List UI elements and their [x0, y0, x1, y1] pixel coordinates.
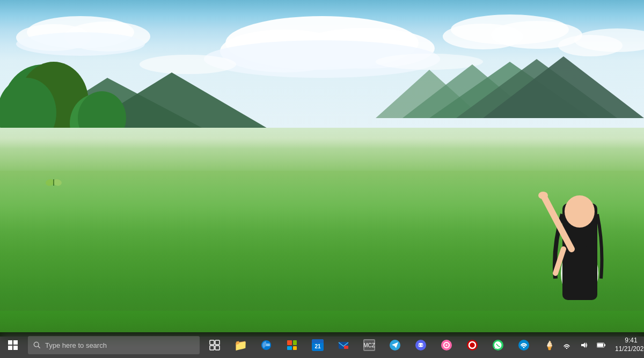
- battery-icon: [597, 342, 605, 348]
- store-icon: [286, 339, 298, 351]
- discord-button[interactable]: [408, 332, 434, 358]
- taskbar-search-bar[interactable]: Type here to search: [28, 336, 200, 354]
- svg-point-73: [523, 347, 525, 348]
- icecream-tray-icon[interactable]: 🍦: [541, 332, 558, 358]
- calendar-button[interactable]: 21: [305, 332, 331, 358]
- network-tray-icon[interactable]: [558, 332, 575, 358]
- telegram-icon: [389, 339, 401, 351]
- svg-rect-59: [293, 346, 297, 350]
- svg-point-64: [419, 345, 420, 346]
- lastapp-button[interactable]: [511, 332, 537, 358]
- edge-icon: [260, 339, 272, 351]
- svg-rect-61: [344, 346, 348, 349]
- svg-rect-77: [604, 344, 605, 346]
- redapp-button[interactable]: [459, 332, 485, 358]
- network-icon: [563, 341, 570, 349]
- butterfly-svg: [46, 177, 62, 188]
- windows-logo-icon: [8, 340, 18, 350]
- mycomputerzone-icon: MCZ: [363, 339, 375, 351]
- system-clock[interactable]: 9:41 11/21/2024: [610, 332, 644, 358]
- search-placeholder-text: Type here to search: [45, 341, 194, 349]
- svg-rect-53: [215, 340, 219, 345]
- whatsapp-icon: [492, 339, 504, 351]
- svg-point-68: [446, 345, 448, 346]
- svg-point-74: [566, 348, 567, 349]
- calendar-icon: 21: [312, 339, 324, 351]
- clock-date: 11/21/2024: [615, 345, 644, 354]
- svg-line-51: [38, 346, 40, 348]
- battery-tray-icon[interactable]: [592, 332, 610, 358]
- svg-point-65: [421, 345, 422, 346]
- mycomputerzone-button[interactable]: MCZ: [356, 332, 382, 358]
- search-icon: [33, 341, 41, 349]
- clock-time: 9:41: [625, 337, 637, 345]
- volume-tray-icon[interactable]: [575, 332, 592, 358]
- svg-rect-58: [287, 346, 292, 350]
- svg-rect-56: [287, 340, 292, 345]
- desktop-wallpaper: [0, 0, 644, 337]
- mail-button[interactable]: [331, 332, 356, 358]
- svg-rect-54: [210, 346, 214, 350]
- anime-character-svg: [521, 150, 628, 311]
- taskbar: Type here to search 📁: [0, 332, 644, 358]
- mail-icon: [338, 339, 349, 351]
- telegram-button[interactable]: [382, 332, 408, 358]
- system-tray: 🍦 9:41: [537, 332, 644, 358]
- svg-rect-78: [597, 344, 603, 347]
- osu-icon: [441, 339, 452, 351]
- svg-marker-75: [581, 342, 585, 348]
- whatsapp-button[interactable]: [485, 332, 511, 358]
- task-view-button[interactable]: [202, 332, 228, 358]
- svg-rect-52: [210, 340, 214, 345]
- discord-icon: [415, 339, 427, 351]
- svg-point-7: [16, 32, 145, 56]
- svg-rect-55: [215, 346, 219, 350]
- file-explorer-button[interactable]: 📁: [228, 332, 253, 358]
- file-explorer-icon: 📁: [234, 339, 247, 352]
- lastapp-icon: [518, 339, 530, 351]
- volume-icon: [580, 341, 588, 349]
- svg-point-43: [538, 192, 548, 199]
- svg-rect-57: [293, 340, 297, 345]
- svg-point-12: [558, 35, 623, 56]
- edge-button[interactable]: [253, 332, 279, 358]
- redapp-icon: [466, 339, 478, 351]
- start-button[interactable]: [0, 332, 26, 358]
- osu-button[interactable]: [434, 332, 459, 358]
- svg-point-41: [565, 195, 595, 228]
- store-button[interactable]: [279, 332, 305, 358]
- task-view-icon: [209, 340, 220, 350]
